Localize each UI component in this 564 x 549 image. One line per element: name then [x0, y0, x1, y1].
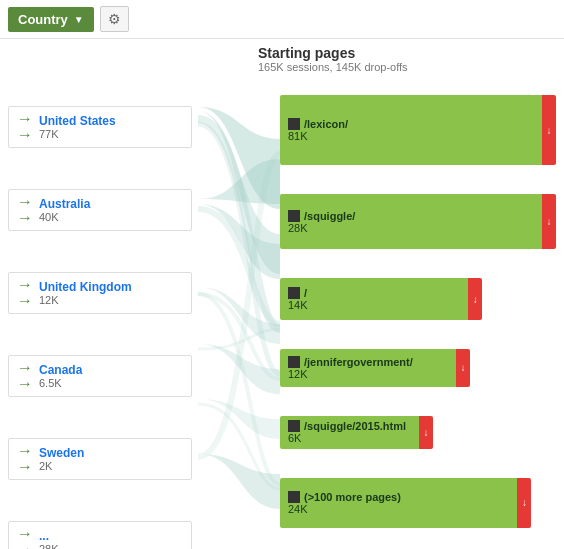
page-item-root[interactable]: / 14K ↓	[280, 278, 556, 320]
page-count-squiggle2015: 6K	[288, 432, 411, 444]
country-sessions-ca: 6.5K	[39, 377, 82, 389]
page-count-root: 14K	[288, 299, 460, 311]
country-arrow-icon-uk: →→	[17, 277, 33, 309]
country-item-se[interactable]: →→ Sweden 2K	[8, 438, 192, 480]
page-url-more: (>100 more pages)	[304, 491, 401, 503]
page-item-more[interactable]: (>100 more pages) 24K ↓	[280, 478, 556, 528]
dropdown-arrow-icon: ▼	[74, 14, 84, 25]
page-count-more: 24K	[288, 503, 509, 515]
country-name-se: Sweden	[39, 446, 84, 460]
page-count-squiggle: 28K	[288, 222, 534, 234]
country-sessions-uk: 12K	[39, 294, 132, 306]
page-count-lexicon: 81K	[288, 130, 534, 142]
page-item-lexicon[interactable]: /lexicon/ 81K ↓	[280, 95, 556, 165]
dropdown-label: Country	[18, 12, 68, 27]
starting-pages-title: Starting pages	[258, 45, 408, 61]
country-sessions-us: 77K	[39, 128, 116, 140]
page-item-squiggle2015[interactable]: /squiggle/2015.html 6K ↓	[280, 416, 556, 449]
pages-list: /lexicon/ 81K ↓ /squiggle/ 28K ↓	[280, 77, 560, 546]
right-panel-header: Starting pages 165K sessions, 145K drop-…	[248, 39, 418, 79]
country-arrow-icon-se: →→	[17, 443, 33, 475]
page-count-jg: 12K	[288, 368, 448, 380]
country-item-ca[interactable]: →→ Canada 6.5K	[8, 355, 192, 397]
country-item-us[interactable]: →→ United States 77K	[8, 106, 192, 148]
page-url-squiggle2015: /squiggle/2015.html	[304, 420, 406, 432]
top-bar: Country ▼ ⚙	[0, 0, 564, 39]
country-arrow-icon-us: →→	[17, 111, 33, 143]
starting-pages-subtitle: 165K sessions, 145K drop-offs	[258, 61, 408, 73]
drop-off-arrow-lexicon: ↓	[547, 125, 552, 136]
country-item-other[interactable]: →→ ... 28K	[8, 521, 192, 549]
country-arrow-icon-other: →→	[17, 526, 33, 549]
country-dropdown[interactable]: Country ▼	[8, 7, 94, 32]
drop-off-arrow-more: ↓	[522, 497, 527, 508]
settings-icon: ⚙	[108, 11, 121, 27]
country-name-ca: Canada	[39, 363, 82, 377]
country-name-uk: United Kingdom	[39, 280, 132, 294]
drop-off-arrow-squiggle2015: ↓	[424, 427, 429, 438]
drop-off-arrow-root: ↓	[473, 294, 478, 305]
page-url-jg: /jennifergovernment/	[304, 356, 413, 368]
country-item-uk[interactable]: →→ United Kingdom 12K	[8, 272, 192, 314]
country-item-au[interactable]: →→ Australia 40K	[8, 189, 192, 231]
settings-button[interactable]: ⚙	[100, 6, 129, 32]
country-sessions-se: 2K	[39, 460, 84, 472]
country-name-us: United States	[39, 114, 116, 128]
country-arrow-icon-ca: →→	[17, 360, 33, 392]
page-url-squiggle: /squiggle/	[304, 210, 355, 222]
page-item-squiggle[interactable]: /squiggle/ 28K ↓	[280, 194, 556, 249]
drop-off-arrow-jg: ↓	[460, 362, 465, 373]
countries-list: →→ United States 77K →→ Australia 40K →→…	[0, 81, 200, 549]
page-url-lexicon: /lexicon/	[304, 118, 348, 130]
page-url-root: /	[304, 287, 307, 299]
page-item-jg[interactable]: /jennifergovernment/ 12K ↓	[280, 349, 556, 387]
country-name-other: ...	[39, 529, 59, 543]
country-name-au: Australia	[39, 197, 90, 211]
country-sessions-au: 40K	[39, 211, 90, 223]
country-arrow-icon-au: →→	[17, 194, 33, 226]
drop-off-arrow-squiggle: ↓	[547, 216, 552, 227]
country-sessions-other: 28K	[39, 543, 59, 549]
